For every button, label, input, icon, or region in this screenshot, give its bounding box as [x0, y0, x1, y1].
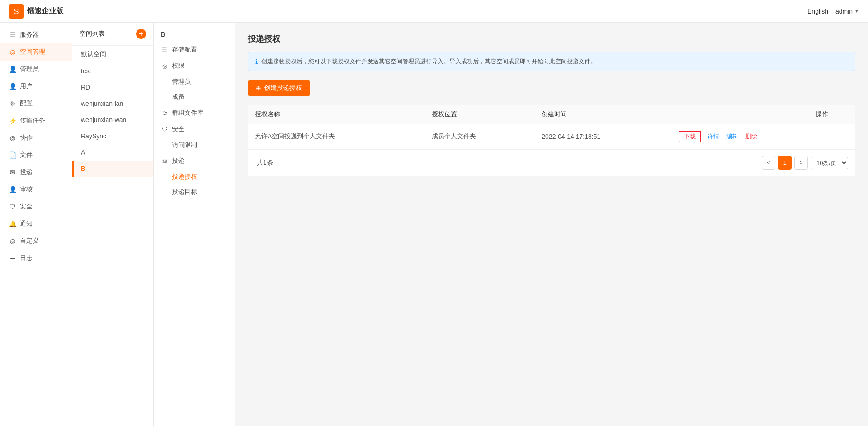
menu-sub-admin[interactable]: 管理员: [154, 74, 235, 90]
menu-item-safety[interactable]: 🛡 安全: [154, 121, 235, 137]
delete-link[interactable]: 删除: [745, 133, 757, 140]
sidebar-label-collab: 协作: [20, 134, 33, 142]
col-name: 授权名称: [248, 105, 425, 124]
space-item-rd[interactable]: RD: [72, 79, 153, 95]
header-right: English admin ▼: [807, 8, 859, 15]
sidebar-item-server[interactable]: ☰ 服务器: [0, 26, 72, 43]
user-dropdown-arrow: ▼: [854, 9, 859, 14]
sidebar-item-user[interactable]: 👤 用户: [0, 78, 72, 95]
sidebar-item-collab[interactable]: ◎ 协作: [0, 129, 72, 147]
cell-actions: 下载 详情 编辑 删除: [671, 124, 855, 149]
main-content: 投递授权 ℹ 创建接收授权后，您可以下载授权文件并发送其它空间管理员进行导入。导…: [235, 23, 868, 426]
menu-item-grouplib[interactable]: 🗂 群组文件库: [154, 105, 235, 121]
col-location: 授权位置: [425, 105, 534, 124]
space-menu-panel: B ☰ 存储配置 ◎ 权限 管理员 成员 🗂 群组文件库 🛡 安全 访问限制 ✉…: [154, 23, 235, 426]
sidebar-label-server: 服务器: [20, 31, 39, 39]
notify-icon: 🔔: [9, 220, 16, 227]
sidebar-item-custom[interactable]: ◎ 自定义: [0, 232, 72, 250]
sidebar-item-space[interactable]: ◎ 空间管理: [0, 43, 72, 61]
perm-menu-icon: ◎: [161, 63, 168, 70]
sidebar-label-space: 空间管理: [20, 48, 45, 56]
sidebar-label-deliver: 投递: [20, 168, 33, 176]
menu-item-storage[interactable]: ☰ 存储配置: [154, 42, 235, 58]
space-item-default[interactable]: 默认空间: [72, 46, 153, 63]
create-btn-label: 创建投递授权: [264, 84, 302, 92]
pagination: 共1条 < 1 > 10条/页 20条/页 50条/页: [248, 149, 855, 176]
space-list-panel: 空间列表 + 默认空间 test RD wenjunxian-lan wenju…: [72, 23, 154, 426]
log-icon: ☰: [9, 255, 16, 262]
prev-page-button[interactable]: <: [762, 156, 775, 170]
sidebar-item-file[interactable]: 📄 文件: [0, 147, 72, 164]
sidebar-item-config[interactable]: ⚙ 配置: [0, 95, 72, 112]
header: S 镭速企业版 English admin ▼: [0, 0, 868, 23]
col-action: 操作: [671, 105, 855, 124]
user-icon: 👤: [9, 83, 16, 90]
cell-created: 2022-04-14 17:18:51: [534, 124, 671, 149]
space-icon: ◎: [9, 48, 16, 56]
sidebar-item-audit[interactable]: 👤 审核: [0, 181, 72, 198]
deliver-icon: ✉: [9, 169, 16, 176]
sidebar-item-notify[interactable]: 🔔 通知: [0, 215, 72, 232]
space-item-wenjunxian-wan[interactable]: wenjunxian-wan: [72, 112, 153, 128]
total-count: 共1条: [255, 159, 273, 167]
space-list-header: 空间列表 +: [72, 23, 153, 46]
menu-sub-member[interactable]: 成员: [154, 90, 235, 105]
config-icon: ⚙: [9, 100, 16, 107]
cell-name: 允许A空间投递到个人文件夹: [248, 124, 425, 149]
sidebar-item-transfer[interactable]: ⚡ 传输任务: [0, 112, 72, 129]
admin-icon: 👤: [9, 66, 16, 73]
sidebar-label-file: 文件: [20, 151, 33, 159]
info-icon: ℹ: [255, 58, 258, 65]
download-button[interactable]: 下载: [679, 131, 701, 142]
col-created: 创建时间: [534, 105, 671, 124]
space-item-test[interactable]: test: [72, 63, 153, 79]
space-list-title: 空间列表: [80, 30, 105, 38]
next-page-button[interactable]: >: [794, 156, 808, 170]
page-size-select[interactable]: 10条/页 20条/页 50条/页: [811, 157, 848, 169]
add-space-button[interactable]: +: [136, 29, 146, 39]
menu-sub-deliver-target[interactable]: 投递目标: [154, 185, 235, 200]
space-item-a[interactable]: A: [72, 144, 153, 161]
info-banner: ℹ 创建接收授权后，您可以下载授权文件并发送其它空间管理员进行导入。导入成功后，…: [248, 52, 855, 71]
sidebar-label-custom: 自定义: [20, 237, 39, 245]
menu-item-perm[interactable]: ◎ 权限: [154, 58, 235, 74]
auth-table: 授权名称 授权位置 创建时间 操作 允许A空间投递到个人文件夹 成员个人文件夹 …: [248, 105, 855, 149]
file-icon: 📄: [9, 151, 16, 159]
sidebar-item-security[interactable]: 🛡 安全: [0, 198, 72, 215]
safety-menu-icon: 🛡: [161, 126, 168, 133]
storage-menu-icon: ☰: [161, 47, 168, 53]
user-menu[interactable]: admin ▼: [835, 8, 859, 15]
sidebar-item-deliver[interactable]: ✉ 投递: [0, 164, 72, 181]
create-plus-icon: ⊕: [256, 85, 261, 92]
space-item-wenjunxian-lan[interactable]: wenjunxian-lan: [72, 95, 153, 112]
sidebar-label-log: 日志: [20, 254, 33, 262]
custom-icon: ◎: [9, 237, 16, 245]
collab-icon: ◎: [9, 134, 16, 142]
current-page-button[interactable]: 1: [778, 156, 792, 170]
logo-text: 镭速企业版: [27, 6, 63, 16]
logo: S 镭速企业版: [9, 4, 63, 19]
grouplib-menu-icon: 🗂: [161, 110, 168, 117]
menu-sub-deliver-auth[interactable]: 投递授权: [154, 169, 235, 185]
audit-icon: 👤: [9, 186, 16, 193]
edit-link[interactable]: 编辑: [726, 133, 738, 140]
sidebar-item-admin[interactable]: 👤 管理员: [0, 61, 72, 78]
space-menu-title: B: [154, 27, 235, 42]
menu-label-perm: 权限: [172, 62, 184, 70]
info-text: 创建接收授权后，您可以下载授权文件并发送其它空间管理员进行导入。导入成功后，其它…: [261, 57, 596, 66]
sidebar: ☰ 服务器 ◎ 空间管理 👤 管理员 👤 用户 ⚙ 配置 ⚡ 传输任务 ◎ 协作…: [0, 23, 72, 426]
layout: ☰ 服务器 ◎ 空间管理 👤 管理员 👤 用户 ⚙ 配置 ⚡ 传输任务 ◎ 协作…: [0, 23, 868, 426]
space-item-b[interactable]: B: [72, 161, 153, 177]
menu-item-deliver[interactable]: ✉ 投递: [154, 153, 235, 169]
create-auth-button[interactable]: ⊕ 创建投递授权: [248, 80, 310, 96]
detail-link[interactable]: 详情: [708, 133, 719, 140]
username: admin: [835, 8, 853, 15]
menu-sub-access-limit[interactable]: 访问限制: [154, 137, 235, 153]
sidebar-label-config: 配置: [20, 99, 33, 108]
sidebar-label-security: 安全: [20, 203, 33, 211]
language-switcher[interactable]: English: [807, 8, 828, 15]
transfer-icon: ⚡: [9, 117, 16, 124]
menu-label-deliver: 投递: [172, 157, 184, 165]
space-item-raysync[interactable]: RaySync: [72, 128, 153, 144]
sidebar-item-log[interactable]: ☰ 日志: [0, 250, 72, 267]
